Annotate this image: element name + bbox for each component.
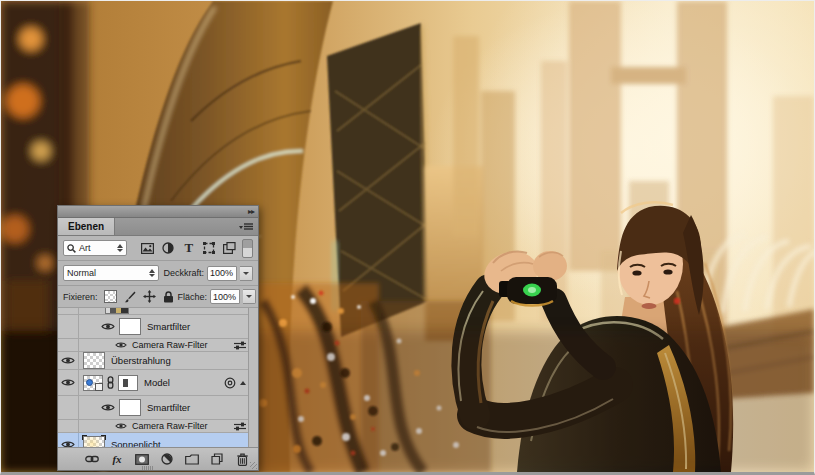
image-icon bbox=[141, 243, 154, 254]
eye-icon[interactable] bbox=[101, 322, 115, 331]
smartfilter-thumbnail[interactable] bbox=[119, 318, 141, 335]
eyebox bbox=[58, 315, 79, 338]
adjustment-icon bbox=[161, 453, 173, 465]
new-layer-icon bbox=[211, 453, 223, 465]
search-icon bbox=[67, 244, 76, 253]
layer-name: Smartfilter bbox=[147, 402, 190, 413]
collapse-filters-triangle-icon[interactable] bbox=[240, 381, 246, 385]
layers-panel: ▸▸ Ebenen Art bbox=[57, 205, 259, 471]
eyebox bbox=[58, 339, 79, 351]
layer-style-button[interactable]: fx bbox=[109, 451, 125, 467]
filter-row: Art T bbox=[58, 236, 258, 261]
layer-row-partial[interactable] bbox=[58, 308, 258, 315]
layer-row-cameraraw-2[interactable]: Camera Raw-Filter bbox=[58, 420, 258, 433]
lock-position-move-icon[interactable] bbox=[143, 290, 156, 303]
eye-icon[interactable] bbox=[115, 422, 127, 430]
layer-thumbnail-selected[interactable] bbox=[83, 436, 105, 448]
fill-label: Fläche: bbox=[178, 292, 208, 302]
layer-filter-select[interactable]: Art bbox=[63, 240, 127, 256]
eye-icon[interactable] bbox=[115, 341, 127, 349]
mask-content-mark bbox=[123, 379, 128, 387]
opacity-input[interactable]: 100% bbox=[207, 266, 237, 281]
lock-row: Fixieren: Fläche: 100% bbox=[58, 286, 258, 308]
delete-layer-button[interactable] bbox=[234, 451, 250, 467]
layer-name: Smartfilter bbox=[147, 321, 190, 332]
smart-object-thumbnail[interactable] bbox=[83, 375, 103, 391]
filter-type-layers-button[interactable]: T bbox=[181, 240, 198, 256]
adjustment-layer-button[interactable] bbox=[159, 451, 175, 467]
fill-dropdown-button[interactable] bbox=[243, 289, 256, 304]
new-layer-button[interactable] bbox=[209, 451, 225, 467]
opacity-dropdown-button[interactable] bbox=[240, 266, 253, 281]
mask-link-chain-icon[interactable] bbox=[107, 376, 114, 389]
filter-toggle-switch[interactable] bbox=[242, 239, 253, 258]
panel-menu-button[interactable] bbox=[239, 218, 258, 235]
tab-label: Ebenen bbox=[68, 221, 104, 232]
panel-collapse-bar[interactable]: ▸▸ bbox=[58, 206, 258, 218]
new-group-button[interactable] bbox=[184, 451, 200, 467]
filter-select-value: Art bbox=[79, 243, 91, 253]
lock-all-icon[interactable] bbox=[163, 291, 174, 303]
link-icon bbox=[85, 455, 99, 463]
lock-pixels-brush-icon[interactable] bbox=[124, 291, 136, 303]
thumbnail-content-dot bbox=[86, 379, 93, 386]
panel-corner-resize-grip[interactable] bbox=[250, 462, 257, 469]
layer-thumbnail[interactable] bbox=[83, 352, 105, 369]
lock-transparency-icon[interactable] bbox=[104, 290, 117, 303]
panel-resize-grip[interactable] bbox=[142, 466, 153, 470]
panel-bottom-bar: fx bbox=[58, 447, 258, 470]
folder-icon bbox=[185, 454, 199, 465]
panel-menu-icon bbox=[239, 222, 253, 231]
blend-mode-value: Normal bbox=[67, 268, 96, 278]
lock-label: Fixieren: bbox=[63, 292, 98, 302]
eye-icon[interactable] bbox=[101, 403, 115, 412]
layer-name: Sonnenlicht bbox=[111, 439, 161, 448]
panel-tab-row: Ebenen bbox=[58, 218, 258, 236]
opacity-label: Deckkraft: bbox=[163, 268, 204, 278]
eyebox bbox=[58, 396, 79, 419]
layer-row-sonnenlicht[interactable]: Sonnenlicht bbox=[58, 433, 258, 447]
layer-mask-thumbnail[interactable] bbox=[118, 375, 138, 391]
chevron-down-icon bbox=[246, 295, 252, 298]
eye-icon[interactable] bbox=[61, 440, 75, 448]
layer-row-model[interactable]: Model bbox=[58, 370, 258, 396]
smart-filter-indicator-icon[interactable] bbox=[224, 377, 236, 389]
eyebox bbox=[58, 308, 79, 314]
partial-layer-thumbnail[interactable] bbox=[105, 308, 129, 314]
filter-settings-slider-icon[interactable] bbox=[234, 422, 246, 431]
chevron-down-icon bbox=[243, 272, 249, 275]
adjustment-circle-icon bbox=[162, 242, 174, 254]
filter-settings-slider-icon[interactable] bbox=[234, 341, 246, 350]
blend-mode-spinner-icon bbox=[149, 269, 155, 277]
blend-row: Normal Deckkraft: 100% bbox=[58, 261, 258, 286]
collapse-panel-icon[interactable]: ▸▸ bbox=[248, 208, 254, 216]
photoshop-canvas: ▸▸ Ebenen Art bbox=[0, 0, 815, 475]
layer-row-smartfilter-1[interactable]: Smartfilter bbox=[58, 315, 258, 339]
layer-list-scrollbar[interactable] bbox=[248, 308, 258, 447]
opacity-value: 100% bbox=[210, 268, 233, 278]
layer-row-smartfilter-2[interactable]: Smartfilter bbox=[58, 396, 258, 420]
smartfilter-thumbnail[interactable] bbox=[119, 399, 141, 416]
layer-list: Smartfilter Camera Raw-Filter bbox=[58, 308, 258, 447]
add-layer-mask-button[interactable] bbox=[134, 451, 150, 467]
tab-ebenen[interactable]: Ebenen bbox=[58, 218, 115, 235]
filter-select-spinner-icon bbox=[117, 244, 123, 252]
eyebox bbox=[58, 370, 79, 395]
eye-icon[interactable] bbox=[61, 356, 75, 365]
filter-adjustment-layers-button[interactable] bbox=[160, 240, 177, 256]
shape-square-icon bbox=[203, 242, 215, 254]
filter-pixel-layers-button[interactable] bbox=[139, 240, 156, 256]
fill-value: 100% bbox=[213, 292, 236, 302]
layer-row-cameraraw-1[interactable]: Camera Raw-Filter bbox=[58, 339, 258, 352]
eyebox bbox=[58, 433, 79, 447]
link-layers-button[interactable] bbox=[84, 451, 100, 467]
eye-icon[interactable] bbox=[61, 378, 75, 387]
layer-row-ueberstrahlung[interactable]: Überstrahlung bbox=[58, 352, 258, 370]
blend-mode-select[interactable]: Normal bbox=[63, 265, 159, 281]
filter-name: Camera Raw-Filter bbox=[132, 421, 208, 431]
filter-shape-layers-button[interactable] bbox=[201, 240, 218, 256]
eyebox bbox=[58, 420, 79, 432]
smart-object-icon bbox=[223, 242, 236, 254]
fill-input[interactable]: 100% bbox=[210, 289, 240, 304]
filter-smart-objects-button[interactable] bbox=[222, 240, 239, 256]
